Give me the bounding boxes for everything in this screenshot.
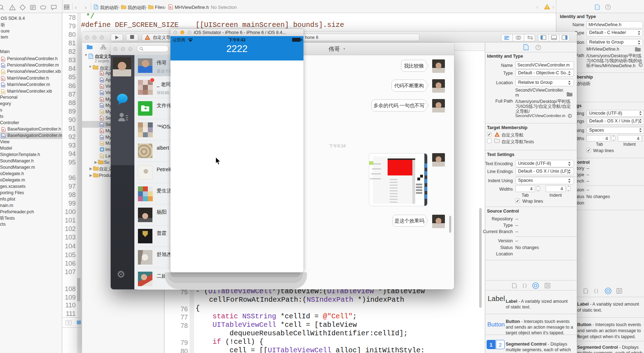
svg-text:m: m [100, 104, 103, 108]
svg-text:m: m [100, 79, 103, 82]
svg-text:h: h [101, 85, 103, 88]
svg-text:m: m [100, 123, 103, 127]
svg-text:A: A [146, 36, 149, 40]
svg-text:m: m [2, 84, 4, 87]
svg-text:m: m [100, 136, 103, 139]
svg-text:m: m [2, 135, 5, 138]
svg-text:m: m [2, 64, 4, 68]
svg-text:h: h [2, 58, 4, 61]
svg-text:h: h [101, 117, 103, 120]
svg-text:m: m [100, 92, 103, 95]
svg-text:?: ? [607, 5, 609, 9]
svg-text:h: h [101, 72, 103, 75]
svg-text:A: A [496, 134, 498, 137]
svg-text:?: ? [537, 46, 539, 50]
svg-text:h: h [101, 130, 103, 133]
svg-text:h: h [101, 98, 103, 102]
svg-text:h: h [2, 77, 4, 81]
svg-text:h: h [169, 6, 172, 9]
svg-text:h: h [2, 128, 4, 132]
